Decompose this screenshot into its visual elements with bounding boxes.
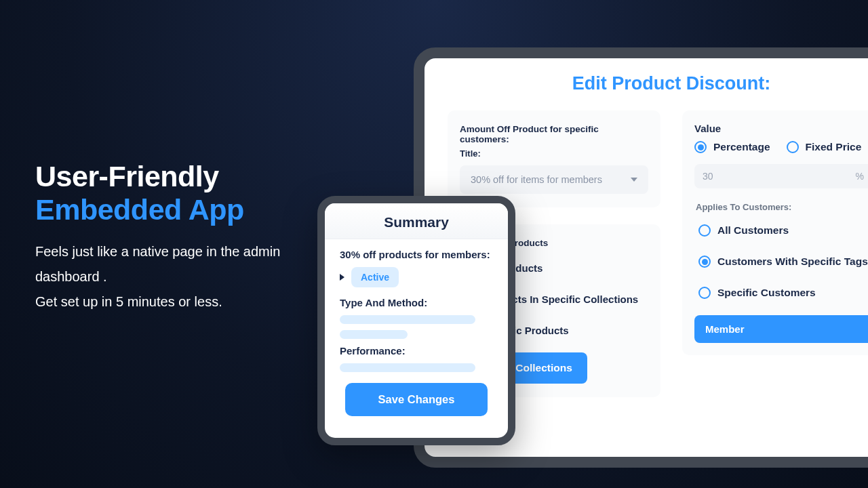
radio-icon	[698, 256, 711, 268]
value-amount-input[interactable]: 30 %	[694, 164, 868, 188]
radio-percentage[interactable]: Percentage	[694, 141, 770, 153]
radio-specific-customers[interactable]: Specific Customers	[694, 277, 868, 308]
chevron-down-icon	[631, 178, 637, 182]
applies-customers-heading: Applies To Customers:	[696, 202, 868, 212]
hero-title: User-Friendly Embedded App	[35, 160, 334, 227]
status-badge: Active	[351, 267, 399, 287]
panel-title: Edit Product Discount:	[448, 73, 868, 94]
type-method-heading: Type And Method:	[340, 297, 493, 308]
hero-title-line1: User-Friendly	[35, 160, 219, 192]
title-label: Title:	[460, 148, 648, 159]
radio-icon	[698, 287, 711, 299]
value-heading: Value	[694, 123, 868, 134]
summary-title: Summary	[325, 214, 508, 230]
save-changes-button[interactable]: Save Changes	[345, 383, 488, 416]
discount-title-select[interactable]: 30% off for items for members	[460, 165, 648, 194]
radio-all-customers[interactable]: All Customers	[694, 215, 868, 246]
summary-device: Summary 30% off products for members: Ac…	[317, 196, 515, 445]
placeholder-line	[340, 330, 408, 339]
hero-body: Feels just like a native page in the adm…	[35, 239, 334, 314]
value-amount: 30	[703, 171, 850, 182]
performance-heading: Performance:	[340, 345, 493, 357]
discount-title-value: 30% off for items for members	[471, 174, 602, 185]
amount-off-card: Amount Off Product for specific customer…	[448, 110, 660, 207]
placeholder-line	[340, 363, 475, 372]
customer-tag-chip[interactable]: Member	[694, 315, 868, 343]
amount-off-heading: Amount Off Product for specific customer…	[460, 124, 648, 144]
radio-icon	[694, 141, 707, 153]
value-card: Value Percentage Fixed Price 30 %	[682, 110, 868, 355]
caret-right-icon	[340, 274, 344, 281]
value-unit: %	[856, 171, 864, 182]
summary-headline: 30% off products for members:	[340, 249, 493, 260]
radio-fixed-price[interactable]: Fixed Price	[787, 141, 862, 153]
hero-title-line2: Embedded App	[35, 193, 244, 226]
radio-icon	[787, 141, 799, 153]
placeholder-line	[340, 315, 475, 324]
radio-icon	[698, 224, 711, 237]
radio-customers-tags[interactable]: Customers With Specific Tags	[694, 246, 868, 277]
